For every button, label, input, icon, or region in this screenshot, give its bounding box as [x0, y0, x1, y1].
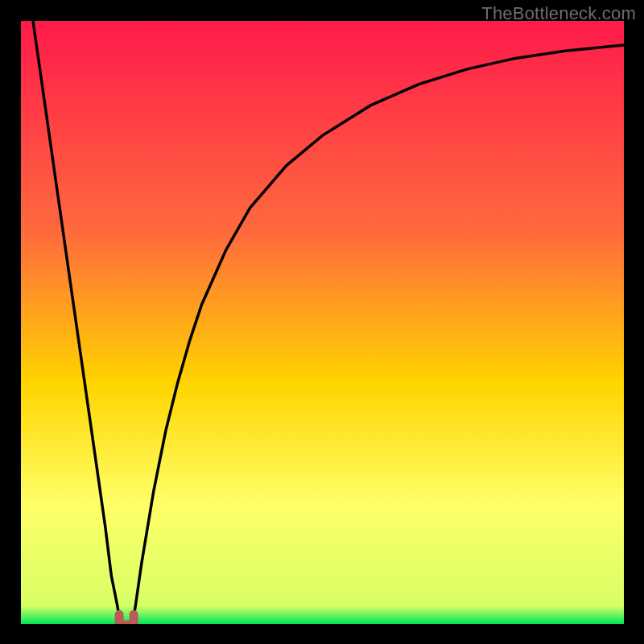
watermark-label: TheBottleneck.com: [481, 3, 636, 24]
chart-frame: TheBottleneck.com: [0, 0, 644, 644]
chart-svg: [21, 21, 624, 624]
plot-area: [21, 21, 624, 624]
gradient-background: [21, 21, 624, 624]
